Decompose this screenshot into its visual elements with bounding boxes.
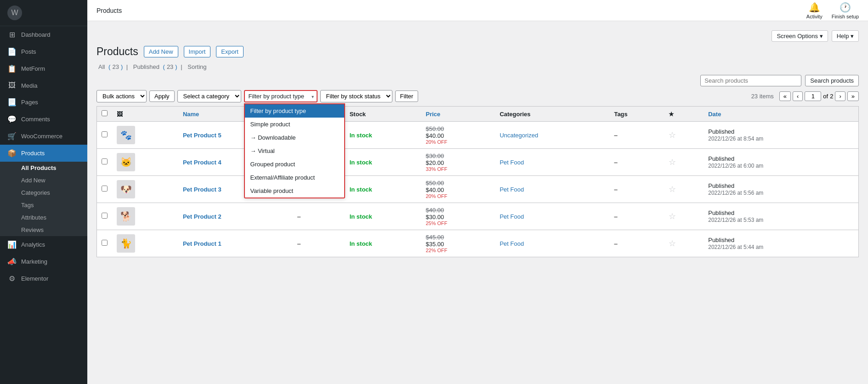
row-tags-cell: – [609,122,664,149]
price-original: $50.00 [425,180,490,186]
screen-options-button[interactable]: Screen Options ▾ [772,30,828,42]
product-type-option-grouped[interactable]: Grouped product [245,158,344,171]
sidebar-item-categories[interactable]: Categories [0,186,87,199]
product-name-link[interactable]: Pet Product 4 [183,159,221,166]
row-tags-cell: – [609,176,664,203]
product-type-option-simple[interactable]: Simple product [245,118,344,131]
price-sort-link[interactable]: Price [425,111,440,118]
col-price: Price [421,107,495,122]
date-sort-link[interactable]: Date [708,111,721,118]
category-select[interactable]: Select a category [177,90,241,102]
categories-label: Categories [21,189,50,196]
sidebar-item-attributes[interactable]: Attributes [0,211,87,224]
product-name-link[interactable]: Pet Product 1 [183,240,221,247]
activity-button[interactable]: 🔔 Activity [806,2,823,19]
sidebar-item-media[interactable]: 🖼 Media [0,77,87,94]
row-image-cell: 🐶 [112,176,178,203]
product-name-link[interactable]: Pet Product 3 [183,186,221,193]
product-type-option-downloadable[interactable]: → Downloadable [245,131,344,144]
content-header: Products Add New Import Export [96,45,859,58]
row-checkbox[interactable] [102,186,108,192]
sidebar-item-label: Comments [21,116,50,123]
product-type-select[interactable]: Filter by product type [244,90,318,102]
sidebar-item-marketing[interactable]: 📣 Marketing [0,253,87,270]
search-button[interactable]: Search products [805,75,859,86]
price-original: $40.00 [425,207,490,214]
category-link[interactable]: Pet Food [499,240,524,247]
product-name-link[interactable]: Pet Product 5 [183,132,221,139]
row-date-cell: Published 2022/12/26 at 5:44 am [703,230,858,257]
sidebar-item-elementor[interactable]: ⚙ Elementor [0,270,87,287]
product-thumbnail: 🐱 [117,153,135,171]
sidebar-item-products[interactable]: 📦 Products [0,145,87,162]
add-new-button[interactable]: Add New [144,46,178,57]
analytics-icon: 📊 [7,240,17,249]
marketing-icon: 📣 [7,257,17,266]
sidebar-item-all-products[interactable]: All Products [0,162,87,174]
product-type-option-default[interactable]: Filter by product type [245,104,344,118]
row-checkbox[interactable] [102,213,108,219]
page-first-button[interactable]: « [779,91,791,101]
help-button[interactable]: Help ▾ [832,30,859,42]
table-row: 🐈 Pet Product 1 – In stock $45.00 $35.00… [97,230,859,257]
row-tags-cell: – [609,203,664,230]
search-input[interactable] [700,75,801,86]
select-all-checkbox[interactable] [102,110,108,116]
featured-star-button[interactable]: ☆ [669,211,676,221]
page-next-button[interactable]: › [835,91,845,101]
bulk-actions-select[interactable]: Bulk actions [96,90,147,102]
main-content: Products 🔔 Activity 🕐 Finish setup Scree… [87,0,868,384]
finish-setup-button[interactable]: 🕐 Finish setup [832,2,859,19]
page-prev-button[interactable]: ‹ [793,91,803,101]
featured-star-button[interactable]: ☆ [669,238,676,248]
stock-status-select[interactable]: Filter by stock status [320,90,392,102]
sidebar-item-pages[interactable]: 📃 Pages [0,94,87,111]
sidebar-item-analytics[interactable]: 📊 Analytics [0,236,87,253]
sidebar-item-label: Posts [21,48,36,55]
sidebar-item-posts[interactable]: 📄 Posts [0,43,87,60]
sidebar-logo: W [0,0,87,26]
filter-all-link[interactable]: All (23) [96,63,125,70]
sidebar-item-comments[interactable]: 💬 Comments [0,111,87,128]
product-name-link[interactable]: Pet Product 2 [183,213,221,220]
category-link[interactable]: Pet Food [499,186,524,193]
product-type-option-virtual[interactable]: → Virtual [245,144,344,158]
featured-star-button[interactable]: ☆ [669,184,676,194]
row-featured-cell: ☆ [664,176,703,203]
sidebar-item-dashboard[interactable]: ⊞ Dashboard [0,26,87,43]
featured-star-button[interactable]: ☆ [669,130,676,140]
apply-button[interactable]: Apply [149,90,175,102]
row-checkbox[interactable] [102,158,108,164]
topbar: Products 🔔 Activity 🕐 Finish setup [87,0,868,21]
featured-star-button[interactable]: ☆ [669,157,676,167]
sidebar-item-woocommerce[interactable]: 🛒 WooCommerce [0,128,87,145]
import-button[interactable]: Import [184,46,211,57]
sidebar-item-metform[interactable]: 📋 MetForm [0,60,87,77]
row-image-cell: 🐾 [112,122,178,149]
category-link[interactable]: Pet Food [499,159,524,166]
publish-status: Published [708,155,734,162]
row-checkbox[interactable] [102,240,108,246]
filter-sorting-link[interactable]: Sorting [186,63,208,70]
category-link[interactable]: Pet Food [499,213,524,220]
sidebar-item-add-new[interactable]: Add New [0,174,87,186]
sidebar-item-label: Analytics [21,241,45,248]
row-checkbox[interactable] [102,131,108,137]
publish-status: Published [708,128,734,135]
filter-button[interactable]: Filter [395,90,419,102]
sidebar-item-reviews[interactable]: Reviews [0,224,87,236]
row-name-cell: Pet Product 1 [178,230,293,257]
row-price-cell: $40.00 $30.00 25% OFF [421,203,495,230]
dashboard-icon: ⊞ [7,30,17,39]
row-image-cell: 🐱 [112,149,178,176]
export-button[interactable]: Export [216,46,244,57]
page-input[interactable] [805,91,821,101]
category-link[interactable]: Uncategorized [499,132,538,139]
product-type-option-external[interactable]: External/Affiliate product [245,171,344,184]
page-last-button[interactable]: » [847,91,859,101]
posts-icon: 📄 [7,47,17,56]
name-sort-link[interactable]: Name [183,111,199,118]
product-type-option-variable[interactable]: Variable product [245,184,344,198]
sidebar-item-tags[interactable]: Tags [0,199,87,211]
filter-published-link[interactable]: Published (23) [131,63,179,70]
